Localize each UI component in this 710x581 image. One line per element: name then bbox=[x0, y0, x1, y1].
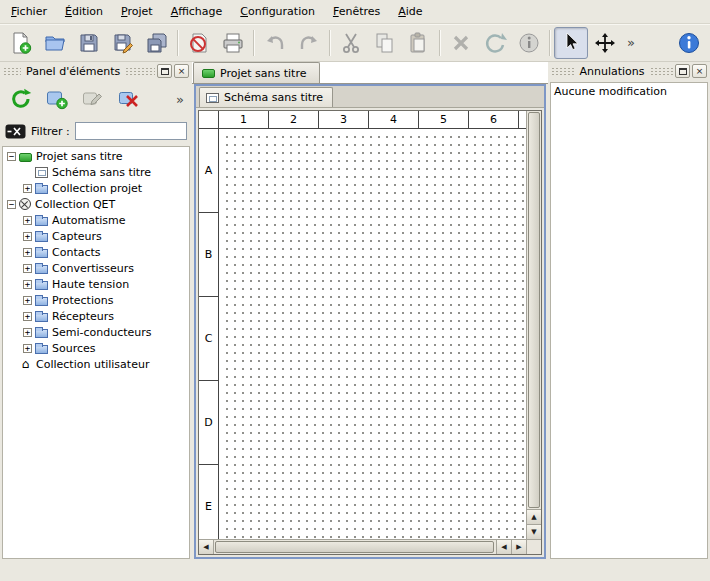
tree-item-protections[interactable]: +Protections bbox=[3, 292, 189, 308]
filter-input[interactable] bbox=[75, 122, 187, 140]
rotate-button[interactable] bbox=[478, 27, 512, 59]
cut-button[interactable] bbox=[334, 27, 368, 59]
tree-item-label: Sources bbox=[52, 342, 96, 355]
tree-item-collection-qet[interactable]: −Collection QET bbox=[3, 196, 189, 212]
about-info-button[interactable] bbox=[672, 27, 706, 59]
expander-plus-icon[interactable]: + bbox=[23, 216, 32, 225]
undo-list-item: Aucune modification bbox=[554, 85, 704, 98]
tree-item-haute-tension[interactable]: +Haute tension bbox=[3, 276, 189, 292]
close-panel-button[interactable]: × bbox=[174, 64, 189, 78]
menu-aide[interactable]: Aide bbox=[389, 0, 431, 24]
schema-canvas[interactable] bbox=[220, 130, 526, 539]
horizontal-scrollbar-thumb[interactable] bbox=[215, 541, 494, 553]
menu-affichage[interactable]: Affichage bbox=[162, 0, 232, 24]
dock-grip-icon[interactable] bbox=[551, 67, 574, 76]
scroll-left-button[interactable]: ◀ bbox=[199, 540, 214, 554]
diagram-view: 123456 ABCDE ▲ ▼ ◀ ◀ ▶ bbox=[198, 110, 542, 555]
tree-item-contacts[interactable]: +Contacts bbox=[3, 244, 189, 260]
panel-toolbar-overflow-button[interactable]: » bbox=[176, 92, 186, 107]
expander-plus-icon[interactable]: + bbox=[23, 232, 32, 241]
tree-item-projet-sans-titre[interactable]: −Projet sans titre bbox=[3, 148, 189, 164]
scroll-down-button[interactable]: ▼ bbox=[527, 524, 541, 539]
redo-button[interactable] bbox=[292, 27, 326, 59]
float-panel-button[interactable] bbox=[157, 64, 172, 78]
dock-grip-icon[interactable] bbox=[125, 67, 155, 76]
dock-grip-icon[interactable] bbox=[3, 67, 21, 76]
expander-plus-icon[interactable]: + bbox=[23, 280, 32, 289]
tree-item-collection-utilisateur[interactable]: ⌂Collection utilisateur bbox=[3, 356, 189, 372]
elements-panel-title: Panel d'éléments bbox=[21, 65, 125, 78]
print-button[interactable] bbox=[216, 27, 250, 59]
new-file-button[interactable] bbox=[4, 27, 38, 59]
menu-fichier[interactable]: Fichier bbox=[2, 0, 56, 24]
tree-item-sources[interactable]: +Sources bbox=[3, 340, 189, 356]
undo-list[interactable]: Aucune modification bbox=[550, 82, 708, 559]
menu-projet[interactable]: Projet bbox=[112, 0, 162, 24]
tree-item-convertisseurs[interactable]: +Convertisseurs bbox=[3, 260, 189, 276]
toolbar-separator bbox=[329, 30, 331, 56]
clear-filter-icon bbox=[5, 124, 26, 139]
new-element-button[interactable] bbox=[42, 84, 72, 114]
expander-plus-icon[interactable]: + bbox=[23, 184, 32, 193]
close-file-button[interactable] bbox=[182, 27, 216, 59]
schema-tabbar: Schéma sans titre bbox=[196, 86, 544, 108]
expander-plus-icon[interactable]: + bbox=[23, 264, 32, 273]
undo-panel-header[interactable]: Annulations × bbox=[548, 62, 710, 80]
ruler-column-label: 2 bbox=[269, 111, 319, 128]
delete-button[interactable] bbox=[444, 27, 478, 59]
project-tab[interactable]: Projet sans titre bbox=[193, 62, 320, 83]
menu-fene-tres[interactable]: Fenêtres bbox=[324, 0, 389, 24]
dock-grip-icon[interactable] bbox=[650, 67, 673, 76]
toolbar-overflow-button[interactable]: » bbox=[622, 35, 640, 50]
expander-plus-icon[interactable]: + bbox=[23, 344, 32, 353]
reload-collections-button[interactable] bbox=[6, 84, 36, 114]
expander-minus-icon[interactable]: − bbox=[7, 200, 16, 209]
expander-plus-icon[interactable]: + bbox=[23, 248, 32, 257]
copy-button[interactable] bbox=[368, 27, 402, 59]
element-info-button[interactable] bbox=[512, 27, 546, 59]
menu-e-dition[interactable]: Édition bbox=[56, 0, 112, 24]
save-as-button[interactable] bbox=[106, 27, 140, 59]
rotate-icon bbox=[483, 31, 507, 55]
tree-item-label: Convertisseurs bbox=[52, 262, 134, 275]
tree-item-label: Automatisme bbox=[52, 214, 126, 227]
tree-item-capteurs[interactable]: +Capteurs bbox=[3, 228, 189, 244]
save-all-button[interactable] bbox=[140, 27, 174, 59]
clear-filter-button[interactable] bbox=[5, 124, 26, 139]
select-tool-button[interactable] bbox=[554, 27, 588, 59]
scroll-left-button[interactable]: ◀ bbox=[496, 540, 511, 554]
expander-plus-icon[interactable]: + bbox=[23, 312, 32, 321]
undo-button[interactable] bbox=[258, 27, 292, 59]
expander-plus-icon[interactable]: + bbox=[23, 296, 32, 305]
delete-element-button[interactable] bbox=[114, 84, 144, 114]
vertical-scrollbar-thumb[interactable] bbox=[528, 112, 540, 508]
save-file-button[interactable] bbox=[72, 27, 106, 59]
elements-panel-header[interactable]: Panel d'éléments × bbox=[0, 62, 192, 80]
horizontal-scrollbar[interactable]: ◀ ◀ ▶ bbox=[199, 539, 526, 554]
paste-button[interactable] bbox=[402, 27, 436, 59]
undo-panel-title: Annulations bbox=[574, 65, 649, 78]
project-icon bbox=[202, 69, 215, 78]
expander-minus-icon[interactable]: − bbox=[7, 152, 16, 161]
menu-configuration[interactable]: Configuration bbox=[231, 0, 324, 24]
ruler-column-label: 1 bbox=[219, 111, 269, 128]
scroll-right-button[interactable]: ▶ bbox=[511, 540, 526, 554]
close-panel-button[interactable]: × bbox=[692, 64, 707, 78]
ruler-column-label: 3 bbox=[319, 111, 369, 128]
scroll-up-button[interactable]: ▲ bbox=[527, 509, 541, 524]
tree-item-re-cepteurs[interactable]: +Récepteurs bbox=[3, 308, 189, 324]
tree-item-sche-ma-sans-titre[interactable]: Schéma sans titre bbox=[3, 164, 189, 180]
edit-element-button[interactable] bbox=[78, 84, 108, 114]
horizontal-ruler: 123456 bbox=[219, 111, 526, 129]
elements-tree[interactable]: −Projet sans titreSchéma sans titre+Coll… bbox=[2, 146, 190, 559]
tree-item-semi-conducteurs[interactable]: +Semi-conducteurs bbox=[3, 324, 189, 340]
expander-plus-icon[interactable]: + bbox=[23, 328, 32, 337]
ruler-column-label: 5 bbox=[419, 111, 469, 128]
tree-item-collection-projet[interactable]: +Collection projet bbox=[3, 180, 189, 196]
vertical-scrollbar[interactable]: ▲ ▼ bbox=[526, 111, 541, 539]
schema-tab[interactable]: Schéma sans titre bbox=[199, 87, 333, 107]
float-panel-button[interactable] bbox=[675, 64, 690, 78]
move-tool-button[interactable] bbox=[588, 27, 622, 59]
open-file-button[interactable] bbox=[38, 27, 72, 59]
tree-item-automatisme[interactable]: +Automatisme bbox=[3, 212, 189, 228]
